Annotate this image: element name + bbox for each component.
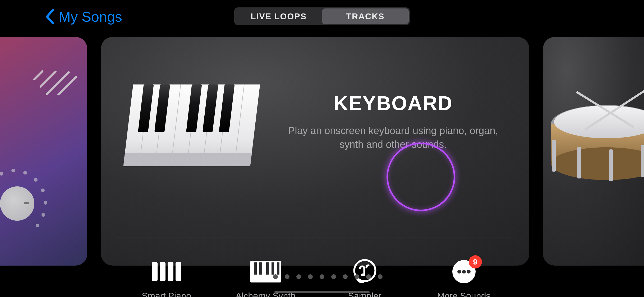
card-divider (117, 238, 513, 238)
waveform-icon (29, 48, 77, 95)
instrument-card-prev[interactable] (0, 37, 87, 266)
svg-point-10 (11, 169, 15, 172)
svg-point-44 (462, 270, 466, 274)
svg-point-11 (23, 171, 27, 175)
chevron-left-icon (45, 9, 54, 24)
sampler-icon (320, 258, 410, 285)
svg-rect-40 (277, 262, 279, 275)
page-dot[interactable] (261, 274, 266, 279)
smart-piano-icon (122, 258, 211, 285)
svg-rect-39 (272, 262, 274, 275)
knob-ticks-icon (0, 165, 58, 239)
page-dot[interactable] (296, 274, 301, 279)
instrument-carousel[interactable]: KEYBOARD Play an onscreen keyboard using… (0, 37, 644, 266)
home-indicator (274, 291, 370, 293)
page-dot[interactable] (355, 274, 359, 279)
svg-point-16 (36, 224, 39, 227)
svg-line-1 (41, 72, 56, 87)
svg-rect-52 (552, 140, 556, 172)
more-sounds-icon: 9 (419, 258, 509, 285)
card-hero: KEYBOARD Play an onscreen keyboard using… (101, 37, 529, 206)
svg-point-9 (0, 172, 3, 176)
svg-rect-31 (152, 262, 158, 281)
svg-rect-32 (160, 262, 165, 281)
mode-segmented-control: LIVE LOOPS TRACKS (234, 7, 410, 25)
svg-point-15 (42, 213, 45, 217)
card-title: KEYBOARD (281, 92, 505, 115)
svg-point-12 (34, 178, 38, 182)
svg-line-3 (56, 77, 76, 95)
option-more-sounds[interactable]: 9 More Sounds (419, 258, 509, 297)
card-subtitle: Play an onscreen keyboard using piano, o… (281, 124, 505, 151)
svg-point-14 (44, 201, 47, 205)
svg-point-43 (457, 270, 461, 274)
svg-rect-55 (641, 145, 644, 177)
option-smart-piano[interactable]: Smart Piano (122, 258, 211, 297)
top-nav: My Songs LIVE LOOPS TRACKS (0, 0, 644, 33)
keyboard-illustration (101, 66, 281, 177)
back-button[interactable]: My Songs (45, 0, 122, 33)
instrument-card-next[interactable] (543, 37, 644, 266)
page-dot[interactable] (320, 274, 324, 279)
instrument-card-keyboard[interactable]: KEYBOARD Play an onscreen keyboard using… (101, 37, 529, 266)
instrument-options: Smart Piano Alchemy Synth (117, 243, 513, 297)
option-label: More Sounds (419, 291, 509, 297)
svg-point-13 (41, 188, 45, 192)
svg-rect-36 (254, 262, 257, 275)
svg-rect-54 (609, 149, 613, 181)
page-dot[interactable] (308, 274, 313, 279)
svg-rect-33 (168, 262, 173, 281)
svg-point-45 (467, 270, 471, 274)
segment-tracks[interactable]: TRACKS (322, 8, 409, 24)
page-dot[interactable] (366, 274, 371, 279)
svg-rect-53 (577, 147, 581, 178)
option-label: Smart Piano (122, 291, 211, 297)
alchemy-synth-icon (221, 258, 311, 285)
page-dot[interactable] (331, 274, 336, 279)
page-dot[interactable] (273, 274, 278, 279)
more-sounds-badge: 9 (469, 255, 482, 268)
drum-icon (546, 87, 644, 209)
svg-rect-34 (176, 262, 181, 281)
page-indicator[interactable] (261, 274, 383, 279)
svg-line-0 (34, 71, 42, 79)
svg-rect-38 (266, 262, 269, 275)
back-label: My Songs (59, 8, 122, 25)
page-dot[interactable] (285, 274, 289, 279)
page-dot[interactable] (378, 274, 383, 279)
page-dot[interactable] (343, 274, 348, 279)
segment-live-loops[interactable]: LIVE LOOPS (235, 8, 322, 24)
svg-rect-37 (259, 262, 262, 275)
